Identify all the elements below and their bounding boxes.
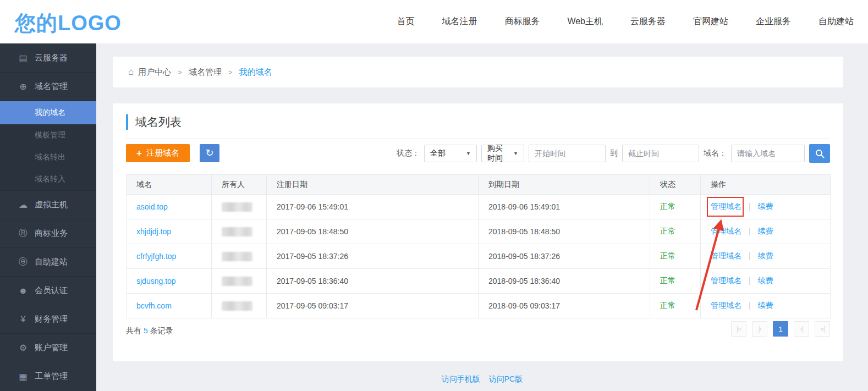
table-row: asoid.top 2017-09-06 15:49:01 2018-09-06… <box>127 195 831 219</box>
nav-enterprise-service[interactable]: 企业服务 <box>756 16 791 27</box>
sidebar-item-domain-transfer-out[interactable]: 域名转出 <box>0 146 96 168</box>
start-date-input[interactable] <box>529 145 606 162</box>
nav-domain-register[interactable]: 域名注册 <box>442 16 477 27</box>
nav-web-hosting[interactable]: Web主机 <box>567 16 603 27</box>
manage-domain-link[interactable]: 管理域名 <box>711 276 741 285</box>
sidebar-item-account[interactable]: ⚙ 账户管理 <box>0 333 96 362</box>
table-row: xhjdjdj.top 2017-09-05 18:48:50 2018-09-… <box>127 219 831 244</box>
action-separator: | <box>749 251 751 260</box>
chevron-down-icon: ▼ <box>513 151 518 156</box>
column-header-registered: 注册日期 <box>267 175 479 195</box>
column-header-domain: 域名 <box>127 175 212 195</box>
sidebar-item-template-manage[interactable]: 模板管理 <box>0 124 96 146</box>
home-icon: ⌂ <box>128 67 134 78</box>
expire-date: 2018-09-05 18:48:50 <box>479 219 650 244</box>
trademark-icon: Ⓡ <box>17 228 30 239</box>
sidebar-item-domain-transfer-in[interactable]: 域名转入 <box>0 168 96 190</box>
renew-link[interactable]: 续费 <box>757 251 773 260</box>
owner-redacted <box>222 227 252 236</box>
status-badge: 正常 <box>660 301 675 310</box>
table-row: cfrfyjfgh.top 2017-09-05 18:37:26 2018-0… <box>127 244 831 269</box>
sidebar-item-cloud-server[interactable]: ▤ 云服务器 <box>0 43 96 72</box>
title-divider <box>126 139 830 139</box>
nav-trademark-service[interactable]: 商标服务 <box>504 16 540 27</box>
action-separator: | <box>749 202 751 211</box>
domain-link[interactable]: xhjdjdj.top <box>136 227 171 236</box>
sidebar-item-work-order[interactable]: ▦ 工单管理 <box>0 362 96 390</box>
footer-mobile-version-link[interactable]: 访问手机版 <box>442 375 480 383</box>
gear-icon: ⚙ <box>17 343 30 353</box>
summary-suffix: 条记录 <box>150 326 173 335</box>
nav-home[interactable]: 首页 <box>397 16 414 27</box>
pagination-next-button[interactable]: ›| <box>794 321 809 337</box>
renew-link[interactable]: 续费 <box>757 227 773 235</box>
sidebar-item-site-builder[interactable]: ⓔ 自助建站 <box>0 247 96 276</box>
sidebar-item-member-verify[interactable]: ☻ 会员认证 <box>0 276 96 305</box>
sidebar-item-label: 会员认证 <box>35 285 68 296</box>
site-logo[interactable]: 您的LOGO <box>15 9 122 37</box>
manage-domain-link[interactable]: 管理域名 <box>711 202 741 211</box>
breadcrumb-user-center[interactable]: 用户中心 <box>138 67 171 78</box>
footer-pc-version-link[interactable]: 访问PC版 <box>489 375 523 383</box>
breadcrumb-my-domains[interactable]: 我的域名 <box>239 67 272 78</box>
renew-link[interactable]: 续费 <box>757 276 773 285</box>
breadcrumb-domain-manage[interactable]: 域名管理 <box>189 67 222 78</box>
action-separator: | <box>749 227 751 235</box>
sidebar-item-label: 工单管理 <box>35 371 68 382</box>
manage-domain-link[interactable]: 管理域名 <box>711 227 741 235</box>
domain-filter-label: 域名： <box>704 148 727 158</box>
sidebar-item-domain-manage[interactable]: ⊕ 域名管理 <box>0 72 96 101</box>
register-domain-button[interactable]: + 注册域名 <box>126 144 190 162</box>
pagination-prev-button[interactable]: |‹ <box>752 321 767 337</box>
owner-redacted <box>222 252 252 261</box>
footer: 访问手机版 访问PC版 <box>96 375 868 384</box>
time-type-select[interactable]: 购买时间 ▼ <box>481 145 524 162</box>
column-header-status: 状态 <box>650 175 701 195</box>
owner-redacted <box>222 202 252 212</box>
page-title: 域名列表 <box>126 114 182 130</box>
sidebar-item-label: 云服务器 <box>35 53 68 63</box>
pagination-last-button[interactable]: »| <box>815 321 830 337</box>
record-count: 5 <box>144 326 148 335</box>
manage-domain-link[interactable]: 管理域名 <box>711 251 741 260</box>
domain-link[interactable]: bcvfh.com <box>136 301 172 310</box>
registered-date: 2017-09-05 18:36:40 <box>267 269 479 294</box>
sidebar-item-virtual-host[interactable]: ☁ 虚拟主机 <box>0 190 96 219</box>
registered-date: 2017-09-05 18:48:50 <box>267 219 479 244</box>
action-separator: | <box>749 301 751 310</box>
time-type-value: 购买时间 <box>487 144 509 163</box>
renew-link[interactable]: 续费 <box>757 202 773 211</box>
owner-redacted <box>222 277 252 286</box>
work-order-icon: ▦ <box>17 371 30 382</box>
nav-website-building[interactable]: 官网建站 <box>693 16 728 27</box>
plus-icon: + <box>136 148 142 159</box>
sidebar-item-finance[interactable]: ¥ 财务管理 <box>0 305 96 333</box>
sidebar-submenu-domain: 我的域名 模板管理 域名转出 域名转入 <box>0 101 96 190</box>
renew-link[interactable]: 续费 <box>757 301 773 310</box>
toolbar: + 注册域名 ↻ 状态： 全部 ▼ 购买时间 ▼ 到 域名： <box>126 144 830 163</box>
sidebar-item-trademark[interactable]: Ⓡ 商标业务 <box>0 219 96 247</box>
sidebar-item-my-domains[interactable]: 我的域名 <box>0 101 96 124</box>
domain-link[interactable]: cfrfyjfgh.top <box>136 252 176 261</box>
status-badge: 正常 <box>660 251 675 260</box>
nav-self-service-site[interactable]: 自助建站 <box>818 16 854 27</box>
refresh-button[interactable]: ↻ <box>200 144 219 162</box>
pagination-first-button[interactable]: |« <box>731 321 746 337</box>
to-label: 到 <box>610 148 618 158</box>
table-row: bcvfh.com 2017-09-05 09:03:17 2018-09-05… <box>127 294 831 318</box>
nav-cloud-server[interactable]: 云服务器 <box>630 16 666 27</box>
status-badge: 正常 <box>660 276 675 285</box>
expire-date: 2018-09-06 15:49:01 <box>479 195 650 219</box>
pagination-page-1[interactable]: 1 <box>773 321 788 337</box>
expire-date: 2018-09-05 18:37:26 <box>479 244 650 269</box>
status-select[interactable]: 全部 ▼ <box>424 145 477 162</box>
domain-link[interactable]: sjdusng.top <box>136 277 176 285</box>
end-date-input[interactable] <box>622 145 699 162</box>
manage-domain-link[interactable]: 管理域名 <box>711 301 741 310</box>
pagination: |« |‹ 1 ›| »| <box>731 321 830 337</box>
sidebar-item-label: 域名管理 <box>35 81 68 92</box>
virtual-host-icon: ☁ <box>17 200 30 210</box>
search-button[interactable] <box>809 144 830 163</box>
domain-search-input[interactable] <box>731 145 805 162</box>
domain-link[interactable]: asoid.top <box>136 202 168 211</box>
